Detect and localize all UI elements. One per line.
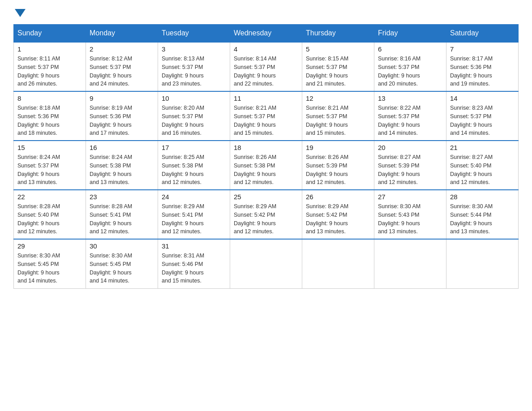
day-info: Sunrise: 8:21 AM Sunset: 5:37 PM Dayligh… [306, 104, 370, 137]
calendar-cell: 3 Sunrise: 8:13 AM Sunset: 5:37 PM Dayli… [158, 42, 230, 91]
day-info: Sunrise: 8:24 AM Sunset: 5:38 PM Dayligh… [90, 153, 154, 187]
calendar-cell: 31 Sunrise: 8:31 AM Sunset: 5:46 PM Dayl… [158, 239, 230, 288]
header-friday: Friday [374, 25, 446, 43]
calendar-cell: 22 Sunrise: 8:28 AM Sunset: 5:40 PM Dayl… [14, 190, 86, 239]
page-header [13, 9, 519, 15]
day-number: 2 [90, 45, 154, 53]
day-number: 7 [450, 45, 515, 53]
day-number: 13 [378, 94, 442, 102]
calendar-cell: 1 Sunrise: 8:11 AM Sunset: 5:37 PM Dayli… [14, 42, 86, 91]
logo-triangle-icon [15, 9, 26, 17]
day-info: Sunrise: 8:24 AM Sunset: 5:37 PM Dayligh… [17, 153, 82, 187]
logo [13, 9, 27, 15]
day-number: 10 [162, 94, 226, 102]
day-number: 19 [306, 144, 370, 151]
calendar-cell: 30 Sunrise: 8:30 AM Sunset: 5:45 PM Dayl… [86, 239, 158, 288]
calendar-cell: 26 Sunrise: 8:29 AM Sunset: 5:42 PM Dayl… [302, 190, 374, 239]
day-number: 16 [90, 144, 154, 151]
day-number: 11 [234, 94, 298, 102]
day-number: 26 [306, 193, 370, 201]
day-info: Sunrise: 8:29 AM Sunset: 5:42 PM Dayligh… [306, 202, 370, 236]
calendar-cell: 20 Sunrise: 8:27 AM Sunset: 5:39 PM Dayl… [374, 141, 446, 190]
calendar-cell: 12 Sunrise: 8:21 AM Sunset: 5:37 PM Dayl… [302, 91, 374, 141]
calendar-cell: 14 Sunrise: 8:23 AM Sunset: 5:37 PM Dayl… [446, 91, 519, 141]
day-info: Sunrise: 8:27 AM Sunset: 5:39 PM Dayligh… [378, 153, 442, 187]
day-info: Sunrise: 8:18 AM Sunset: 5:36 PM Dayligh… [17, 104, 82, 137]
calendar-cell [302, 239, 374, 288]
calendar-cell: 4 Sunrise: 8:14 AM Sunset: 5:37 PM Dayli… [230, 42, 302, 91]
header-sunday: Sunday [14, 25, 86, 43]
calendar-cell: 6 Sunrise: 8:16 AM Sunset: 5:37 PM Dayli… [374, 42, 446, 91]
day-info: Sunrise: 8:21 AM Sunset: 5:37 PM Dayligh… [234, 104, 298, 137]
day-number: 29 [17, 242, 82, 250]
day-number: 25 [234, 193, 298, 201]
day-info: Sunrise: 8:11 AM Sunset: 5:37 PM Dayligh… [17, 55, 82, 88]
day-number: 6 [378, 45, 442, 53]
day-number: 12 [306, 94, 370, 102]
day-info: Sunrise: 8:13 AM Sunset: 5:37 PM Dayligh… [162, 55, 226, 88]
calendar-cell: 28 Sunrise: 8:30 AM Sunset: 5:44 PM Dayl… [446, 190, 519, 239]
day-number: 3 [162, 45, 226, 53]
day-info: Sunrise: 8:17 AM Sunset: 5:36 PM Dayligh… [450, 55, 515, 88]
header-wednesday: Wednesday [230, 25, 302, 43]
day-info: Sunrise: 8:30 AM Sunset: 5:45 PM Dayligh… [17, 252, 82, 285]
day-info: Sunrise: 8:28 AM Sunset: 5:41 PM Dayligh… [90, 202, 154, 236]
calendar-cell: 8 Sunrise: 8:18 AM Sunset: 5:36 PM Dayli… [14, 91, 86, 141]
calendar-cell [230, 239, 302, 288]
day-info: Sunrise: 8:30 AM Sunset: 5:44 PM Dayligh… [450, 202, 515, 236]
calendar-week-row: 1 Sunrise: 8:11 AM Sunset: 5:37 PM Dayli… [14, 42, 519, 91]
day-number: 17 [162, 144, 226, 151]
day-info: Sunrise: 8:20 AM Sunset: 5:37 PM Dayligh… [162, 104, 226, 137]
day-number: 4 [234, 45, 298, 53]
calendar-week-row: 8 Sunrise: 8:18 AM Sunset: 5:36 PM Dayli… [14, 91, 519, 141]
day-info: Sunrise: 8:29 AM Sunset: 5:42 PM Dayligh… [234, 202, 298, 236]
calendar-week-row: 22 Sunrise: 8:28 AM Sunset: 5:40 PM Dayl… [14, 190, 519, 239]
day-info: Sunrise: 8:29 AM Sunset: 5:41 PM Dayligh… [162, 202, 226, 236]
calendar-cell: 25 Sunrise: 8:29 AM Sunset: 5:42 PM Dayl… [230, 190, 302, 239]
day-number: 31 [162, 242, 226, 250]
day-number: 22 [17, 193, 82, 201]
day-number: 20 [378, 144, 442, 151]
day-number: 30 [90, 242, 154, 250]
day-number: 14 [450, 94, 515, 102]
day-number: 21 [450, 144, 515, 151]
day-number: 8 [17, 94, 82, 102]
calendar-week-row: 29 Sunrise: 8:30 AM Sunset: 5:45 PM Dayl… [14, 239, 519, 288]
calendar-cell [446, 239, 519, 288]
header-monday: Monday [86, 25, 158, 43]
calendar-cell: 10 Sunrise: 8:20 AM Sunset: 5:37 PM Dayl… [158, 91, 230, 141]
day-number: 18 [234, 144, 298, 151]
day-number: 15 [17, 144, 82, 151]
header-thursday: Thursday [302, 25, 374, 43]
day-number: 9 [90, 94, 154, 102]
calendar-cell: 18 Sunrise: 8:26 AM Sunset: 5:38 PM Dayl… [230, 141, 302, 190]
calendar-cell: 9 Sunrise: 8:19 AM Sunset: 5:36 PM Dayli… [86, 91, 158, 141]
calendar-cell: 27 Sunrise: 8:30 AM Sunset: 5:43 PM Dayl… [374, 190, 446, 239]
day-info: Sunrise: 8:16 AM Sunset: 5:37 PM Dayligh… [378, 55, 442, 88]
day-info: Sunrise: 8:15 AM Sunset: 5:37 PM Dayligh… [306, 55, 370, 88]
day-info: Sunrise: 8:23 AM Sunset: 5:37 PM Dayligh… [450, 104, 515, 137]
header-tuesday: Tuesday [158, 25, 230, 43]
day-info: Sunrise: 8:31 AM Sunset: 5:46 PM Dayligh… [162, 252, 226, 285]
day-info: Sunrise: 8:19 AM Sunset: 5:36 PM Dayligh… [90, 104, 154, 137]
day-number: 28 [450, 193, 515, 201]
day-info: Sunrise: 8:25 AM Sunset: 5:38 PM Dayligh… [162, 153, 226, 187]
calendar-cell: 2 Sunrise: 8:12 AM Sunset: 5:37 PM Dayli… [86, 42, 158, 91]
calendar-cell: 13 Sunrise: 8:22 AM Sunset: 5:37 PM Dayl… [374, 91, 446, 141]
day-number: 27 [378, 193, 442, 201]
day-info: Sunrise: 8:12 AM Sunset: 5:37 PM Dayligh… [90, 55, 154, 88]
calendar-cell: 21 Sunrise: 8:27 AM Sunset: 5:40 PM Dayl… [446, 141, 519, 190]
calendar-cell: 23 Sunrise: 8:28 AM Sunset: 5:41 PM Dayl… [86, 190, 158, 239]
day-number: 1 [17, 45, 82, 53]
day-number: 24 [162, 193, 226, 201]
calendar-cell: 19 Sunrise: 8:26 AM Sunset: 5:39 PM Dayl… [302, 141, 374, 190]
calendar-header-row: SundayMondayTuesdayWednesdayThursdayFrid… [14, 25, 519, 43]
day-number: 23 [90, 193, 154, 201]
calendar-cell: 16 Sunrise: 8:24 AM Sunset: 5:38 PM Dayl… [86, 141, 158, 190]
calendar-cell: 11 Sunrise: 8:21 AM Sunset: 5:37 PM Dayl… [230, 91, 302, 141]
calendar-cell: 7 Sunrise: 8:17 AM Sunset: 5:36 PM Dayli… [446, 42, 519, 91]
day-info: Sunrise: 8:26 AM Sunset: 5:39 PM Dayligh… [306, 153, 370, 187]
day-info: Sunrise: 8:28 AM Sunset: 5:40 PM Dayligh… [17, 202, 82, 236]
calendar-cell [374, 239, 446, 288]
day-info: Sunrise: 8:14 AM Sunset: 5:37 PM Dayligh… [234, 55, 298, 88]
